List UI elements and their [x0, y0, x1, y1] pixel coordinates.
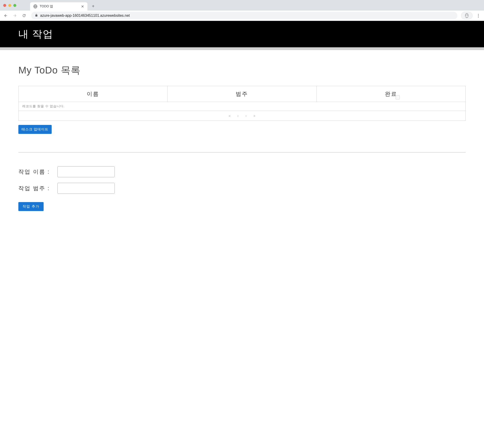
task-name-label: 작업 이름 :: [18, 168, 57, 176]
first-page-button[interactable]: «: [229, 114, 230, 118]
person-icon: [465, 13, 469, 18]
minimize-window-button[interactable]: [8, 4, 11, 7]
column-header-complete[interactable]: 완료: [316, 86, 465, 102]
empty-message: 레코드를 찾을 수 없습니다.: [19, 102, 466, 111]
tab-title: TODO 앱: [40, 4, 78, 8]
close-window-button[interactable]: [3, 4, 6, 7]
globe-icon: [33, 4, 37, 8]
app-title: 내 작업: [18, 27, 53, 41]
add-task-button[interactable]: 작업 추가: [18, 202, 44, 211]
profile-button[interactable]: [461, 12, 473, 20]
task-name-input[interactable]: [57, 166, 115, 177]
back-button[interactable]: [2, 12, 9, 19]
new-tab-button[interactable]: +: [90, 3, 97, 10]
form-row-name: 작업 이름 :: [18, 166, 466, 177]
next-page-button[interactable]: ›: [246, 114, 247, 118]
maximize-window-button[interactable]: [13, 4, 16, 7]
divider-strip: [0, 47, 484, 50]
form-row-category: 작업 범주 :: [18, 183, 466, 194]
window-controls: [3, 4, 16, 7]
section-divider: [18, 152, 466, 152]
pagination-row: « ‹ › »: [19, 111, 466, 121]
column-header-category[interactable]: 범주: [168, 86, 316, 102]
url-text: azure-javaweb-app-1601463451101.azureweb…: [40, 14, 130, 18]
lock-icon: [35, 14, 38, 17]
pagination: « ‹ › »: [229, 114, 255, 118]
todo-table: 이름 범주 완료 레코드를 찾을 수 없습니다. « ‹ › »: [18, 86, 466, 121]
browser-tab[interactable]: TODO 앱 ✕: [30, 2, 87, 11]
task-category-label: 작업 범주 :: [18, 185, 57, 192]
nav-bar: azure-javaweb-app-1601463451101.azureweb…: [0, 11, 484, 21]
column-header-complete-label: 완료: [385, 91, 397, 97]
address-bar[interactable]: azure-javaweb-app-1601463451101.azureweb…: [31, 12, 457, 20]
reload-button[interactable]: [21, 12, 28, 19]
checkbox-icon: [396, 95, 400, 99]
task-category-input[interactable]: [57, 183, 115, 194]
browser-menu-button[interactable]: [475, 14, 482, 17]
last-page-button[interactable]: »: [254, 114, 255, 118]
update-task-button[interactable]: 태스크 업데이트: [18, 125, 52, 134]
close-tab-button[interactable]: ✕: [81, 4, 84, 9]
prev-page-button[interactable]: ‹: [238, 114, 239, 118]
main-content: My ToDo 목록 이름 범주 완료 레코드를 찾을 수 없습니다. « ‹: [0, 50, 484, 220]
page-header: 내 작업: [0, 21, 484, 47]
forward-button[interactable]: [11, 12, 18, 19]
table-empty-row: 레코드를 찾을 수 없습니다.: [19, 102, 466, 111]
tab-bar: TODO 앱 ✕ +: [0, 0, 484, 11]
column-header-name[interactable]: 이름: [19, 86, 168, 102]
browser-chrome: TODO 앱 ✕ + azure-javaweb-app-16014634511…: [0, 0, 484, 21]
section-heading: My ToDo 목록: [18, 64, 466, 77]
